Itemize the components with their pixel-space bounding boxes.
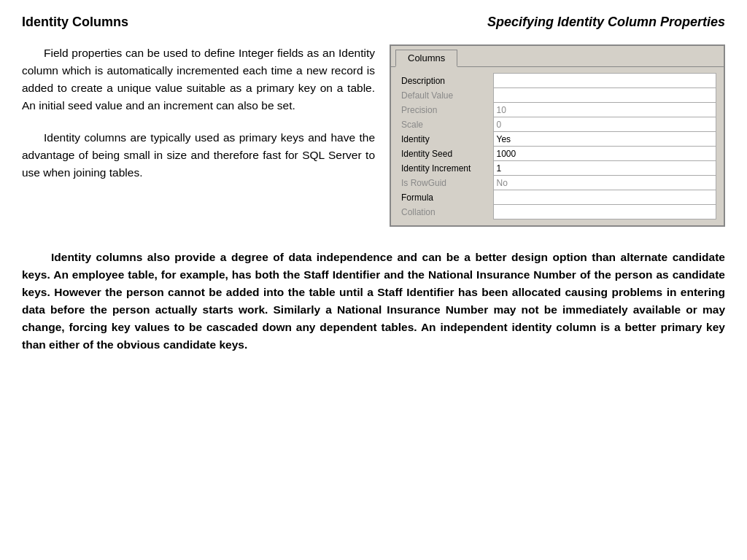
property-row-4: IdentityYes	[398, 132, 716, 147]
property-row-2: Precision10	[398, 103, 716, 117]
prop-label-6: Identity Increment	[398, 161, 493, 176]
right-panel: Columns DescriptionDefault ValuePrecisio…	[390, 44, 725, 227]
prop-label-8: Formula	[398, 190, 493, 205]
left-title: Identity Columns	[22, 15, 128, 30]
left-text: Field properties can be used to define I…	[22, 44, 375, 227]
columns-box: Columns DescriptionDefault ValuePrecisio…	[390, 44, 725, 227]
prop-value-6: 1	[493, 161, 716, 176]
prop-label-9: Collation	[398, 205, 493, 219]
prop-label-4: Identity	[398, 132, 493, 147]
properties-table: DescriptionDefault ValuePrecision10Scale…	[398, 73, 716, 219]
property-row-3: Scale0	[398, 117, 716, 132]
prop-label-2: Precision	[398, 103, 493, 117]
prop-value-5: 1000	[493, 147, 716, 161]
property-row-7: Is RowGuidNo	[398, 176, 716, 190]
bottom-paragraph: Identity columns also provide a degree o…	[22, 249, 725, 354]
prop-label-1: Default Value	[398, 88, 493, 103]
property-row-5: Identity Seed1000	[398, 147, 716, 161]
prop-value-1	[493, 88, 716, 103]
prop-label-0: Description	[398, 74, 493, 88]
prop-value-4: Yes	[493, 132, 716, 147]
header-row: Identity Columns Specifying Identity Col…	[22, 15, 725, 30]
columns-tab[interactable]: Columns	[395, 50, 457, 67]
property-row-9: Collation	[398, 205, 716, 219]
prop-value-7: No	[493, 176, 716, 190]
property-row-0: Description	[398, 74, 716, 88]
prop-value-9	[493, 205, 716, 219]
property-row-1: Default Value	[398, 88, 716, 103]
property-row-8: Formula	[398, 190, 716, 205]
columns-tab-row: Columns	[391, 46, 724, 67]
prop-value-8	[493, 190, 716, 205]
paragraph-1: Field properties can be used to define I…	[22, 44, 375, 114]
prop-label-7: Is RowGuid	[398, 176, 493, 190]
prop-value-2: 10	[493, 103, 716, 117]
right-title: Specifying Identity Column Properties	[487, 15, 725, 30]
columns-content: DescriptionDefault ValuePrecision10Scale…	[391, 67, 724, 225]
property-row-6: Identity Increment1	[398, 161, 716, 176]
prop-value-3: 0	[493, 117, 716, 132]
prop-label-3: Scale	[398, 117, 493, 132]
prop-label-5: Identity Seed	[398, 147, 493, 161]
content-row: Field properties can be used to define I…	[22, 44, 725, 227]
paragraph-2: Identity columns are typically used as p…	[22, 129, 375, 182]
prop-value-0	[493, 74, 716, 88]
